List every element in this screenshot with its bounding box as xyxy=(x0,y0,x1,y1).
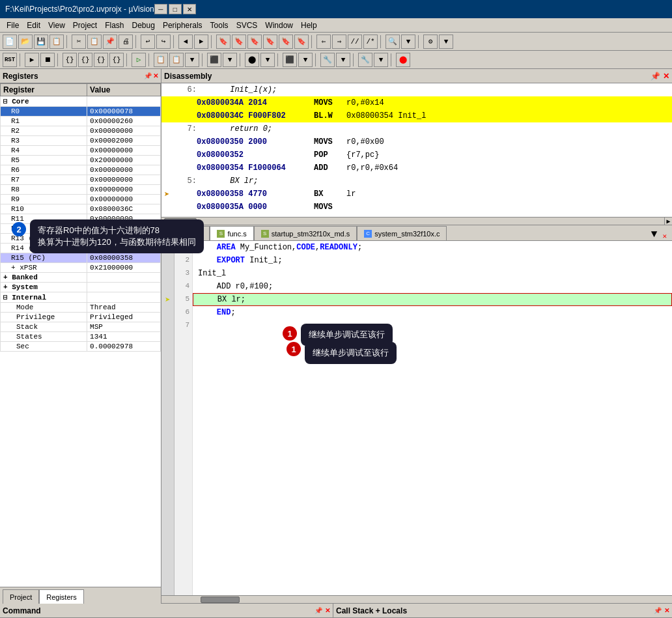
menu-window[interactable]: Window xyxy=(261,20,297,31)
table-row[interactable]: R15 (PC) 0x08000358 xyxy=(1,253,161,263)
redo-button[interactable]: ↪ xyxy=(156,35,171,49)
bookmark6[interactable]: 🔖 xyxy=(294,35,309,49)
copy-button[interactable]: 📋 xyxy=(87,35,102,49)
table-row[interactable]: R7 0x00000000 xyxy=(1,175,161,185)
bookmark4[interactable]: 🔖 xyxy=(263,35,277,49)
bookmark3[interactable]: 🔖 xyxy=(247,35,262,49)
registers-close[interactable]: ✕ xyxy=(153,72,158,79)
dbg-btn4[interactable]: ▼ xyxy=(223,53,237,67)
table-row[interactable]: Sec 0.00002978 xyxy=(1,342,161,352)
dbg-btn6d[interactable]: ▼ xyxy=(298,53,313,67)
command-close-icon[interactable]: ✕ xyxy=(325,607,330,614)
table-row[interactable]: + System xyxy=(1,283,161,292)
menu-help[interactable]: Help xyxy=(297,20,321,31)
dbg-extra1[interactable]: 🔧 xyxy=(358,53,372,67)
comment2[interactable]: /* xyxy=(363,35,378,49)
menu-peripherals[interactable]: Peripherals xyxy=(159,20,206,31)
menu-edit[interactable]: Edit xyxy=(23,20,44,31)
bookmark2[interactable]: 🔖 xyxy=(232,35,246,49)
table-row[interactable]: Privilege Privileged xyxy=(1,313,161,322)
code-scrollbar[interactable] xyxy=(161,595,672,603)
pin-icon[interactable]: 📌 xyxy=(144,72,152,79)
table-row[interactable]: R2 0x00000000 xyxy=(1,126,161,136)
dbg-settings[interactable]: 🔧 xyxy=(320,53,335,67)
dropdown1[interactable]: ▼ xyxy=(401,35,415,49)
tab-func-s[interactable]: S func.s xyxy=(210,226,253,240)
minimize-button[interactable]: ─ xyxy=(154,4,167,14)
dbg-btn1[interactable]: 📋 xyxy=(154,53,168,67)
table-row[interactable]: States 1341 xyxy=(1,332,161,342)
close-button[interactable]: ✕ xyxy=(183,4,196,14)
table-row[interactable]: + Banked xyxy=(1,273,161,283)
disasm-scrollbar[interactable]: ▶ xyxy=(161,217,672,225)
tool3[interactable]: ▼ xyxy=(439,35,453,49)
menu-flash[interactable]: Flash xyxy=(101,20,128,31)
dbg-braces2[interactable]: {} xyxy=(78,53,92,67)
dbg-extrad[interactable]: ▼ xyxy=(374,53,388,67)
menu-tools[interactable]: Tools xyxy=(206,20,232,31)
menu-project[interactable]: Project xyxy=(69,20,101,31)
tab-registers[interactable]: Registers xyxy=(39,589,83,604)
disasm-close-icon[interactable]: ✕ xyxy=(663,72,669,81)
table-row[interactable]: + xPSR 0x21000000 xyxy=(1,263,161,273)
table-row[interactable]: R9 0x00000000 xyxy=(1,195,161,204)
tab-system[interactable]: C system_stm32f10x.c xyxy=(357,226,447,240)
callstack-pin-icon[interactable]: 📌 xyxy=(654,607,662,614)
code-scroll-thumb[interactable] xyxy=(201,597,240,603)
dbg-red[interactable]: ⬤ xyxy=(396,53,410,67)
dbg-stop[interactable]: ⏹ xyxy=(40,53,55,67)
comment1[interactable]: // xyxy=(348,35,362,49)
disasm-scroll-right[interactable]: ▶ xyxy=(664,218,672,225)
menu-file[interactable]: File xyxy=(3,20,23,31)
menu-svcs[interactable]: SVCS xyxy=(232,20,262,31)
nav-fwd-button[interactable]: ► xyxy=(194,35,208,49)
dbg-btn5[interactable]: ⬤ xyxy=(245,53,259,67)
dbg-btn2[interactable]: 📋 xyxy=(169,53,184,67)
code-content-area[interactable]: ➤ 1 2 3 4 5 6 7 AREA My_Fun xyxy=(161,241,672,595)
table-row[interactable]: Mode Thread xyxy=(1,303,161,313)
maximize-button[interactable]: □ xyxy=(169,4,182,14)
rst-button[interactable]: RST xyxy=(3,53,17,67)
dbg-btn6[interactable]: ⬛ xyxy=(283,53,297,67)
tool2[interactable]: ⚙ xyxy=(423,35,438,49)
tab-project[interactable]: Project xyxy=(3,589,39,604)
tool1[interactable]: 🔍 xyxy=(385,35,400,49)
tab-startup[interactable]: S startup_stm32f10x_md.s xyxy=(254,226,357,240)
dbg-run[interactable]: ▷ xyxy=(132,53,146,67)
registers-content[interactable]: Register Value ⊟ Core R0 0x00000078 R1 xyxy=(0,83,161,587)
disasm-pin-icon[interactable]: 📌 xyxy=(651,72,660,81)
paste-button[interactable]: 📌 xyxy=(103,35,117,49)
command-pin-icon[interactable]: 📌 xyxy=(315,607,322,614)
table-row[interactable]: R1 0x00000260 xyxy=(1,117,161,126)
tab-dropdown-button[interactable]: ▼ xyxy=(649,229,660,240)
dbg-braces1[interactable]: {} xyxy=(63,53,77,67)
table-row[interactable]: ⊟ Internal xyxy=(1,292,161,303)
save-button[interactable]: 💾 xyxy=(34,35,48,49)
disassembly-content[interactable]: 6: Init_l(x); 0x0800034A 2014 MOVS r0,#0… xyxy=(161,83,672,217)
menu-debug[interactable]: Debug xyxy=(128,20,159,31)
table-row[interactable]: R4 0x00000000 xyxy=(1,146,161,156)
bookmark5[interactable]: 🔖 xyxy=(279,35,293,49)
bookmark1[interactable]: 🔖 xyxy=(216,35,231,49)
cut-button[interactable]: ✂ xyxy=(72,35,86,49)
dbg-step1[interactable]: ▶ xyxy=(25,53,39,67)
dbg-settingsd[interactable]: ▼ xyxy=(336,53,350,67)
indent-inc[interactable]: ⇒ xyxy=(332,35,346,49)
save-all-button[interactable]: 📋 xyxy=(49,35,64,49)
table-row[interactable]: Stack MSP xyxy=(1,322,161,332)
indent-dec[interactable]: ⇐ xyxy=(316,35,331,49)
tab-close-button[interactable]: ✕ xyxy=(660,232,669,240)
undo-button[interactable]: ↩ xyxy=(141,35,155,49)
table-row[interactable]: R5 0x20000000 xyxy=(1,156,161,165)
dbg-btn3[interactable]: ⬛ xyxy=(207,53,221,67)
menu-view[interactable]: View xyxy=(44,20,69,31)
dbg-dropdown[interactable]: ▼ xyxy=(185,53,199,67)
table-row[interactable]: R6 0x00000000 xyxy=(1,165,161,175)
table-row[interactable]: R10 0x0800036C xyxy=(1,204,161,214)
new-button[interactable]: 📄 xyxy=(3,35,17,49)
table-row[interactable]: R3 0x00002000 xyxy=(1,136,161,146)
table-row[interactable]: R8 0x00000000 xyxy=(1,185,161,195)
dbg-btn5d[interactable]: ▼ xyxy=(260,53,275,67)
open-button[interactable]: 📂 xyxy=(18,35,33,49)
table-row[interactable]: R0 0x00000078 xyxy=(1,107,161,117)
